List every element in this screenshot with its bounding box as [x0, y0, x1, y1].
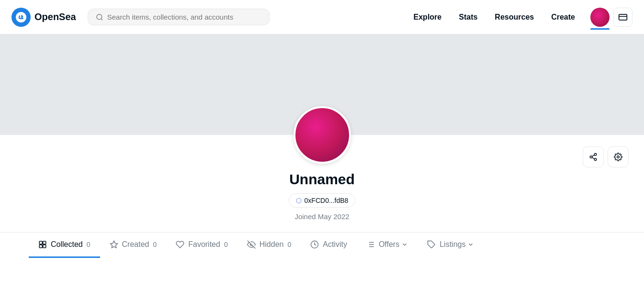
- settings-button[interactable]: [608, 146, 629, 167]
- tab-listings-label: Listings: [440, 240, 465, 249]
- tab-hidden-count: 0: [287, 241, 291, 248]
- offers-chevron-down-icon: [401, 241, 408, 248]
- tab-hidden-label: Hidden: [260, 240, 284, 249]
- tab-favorited[interactable]: Favorited 0: [166, 233, 237, 258]
- tab-favorited-label: Favorited: [188, 240, 220, 249]
- logo-link[interactable]: OpenSea: [11, 8, 76, 27]
- logo-text: OpenSea: [34, 11, 76, 22]
- tab-activity[interactable]: Activity: [301, 233, 357, 258]
- ethereum-icon: ⬡: [296, 197, 302, 204]
- collected-icon: [38, 240, 47, 249]
- listings-icon: [427, 240, 436, 249]
- share-button[interactable]: [583, 146, 604, 167]
- nav-resources[interactable]: Resources: [487, 9, 542, 25]
- svg-rect-11: [43, 245, 46, 248]
- search-icon: [96, 13, 103, 21]
- svg-point-4: [594, 158, 597, 161]
- wallet-icon: [618, 12, 628, 22]
- address-badge[interactable]: ⬡ 0xFCD0...fdB8: [289, 193, 356, 208]
- favorited-icon: [176, 240, 184, 249]
- profile-section: Unnamed ⬡ 0xFCD0...fdB8 Joined May 2022 …: [0, 135, 644, 258]
- svg-point-0: [97, 14, 102, 20]
- svg-rect-1: [619, 14, 627, 20]
- listings-chevron-down-icon: [467, 241, 474, 248]
- tab-hidden[interactable]: Hidden 0: [237, 233, 301, 258]
- svg-line-6: [592, 155, 594, 156]
- tab-collected-label: Collected: [51, 240, 83, 249]
- tab-activity-label: Activity: [323, 240, 347, 249]
- tab-created-label: Created: [122, 240, 149, 249]
- svg-point-7: [617, 156, 620, 158]
- opensea-logo-icon: [11, 8, 31, 27]
- tab-offers-label: Offers: [379, 240, 399, 249]
- share-icon: [589, 153, 598, 161]
- nav-create[interactable]: Create: [543, 9, 583, 25]
- profile-name: Unnamed: [289, 171, 355, 188]
- svg-point-2: [594, 154, 597, 156]
- user-avatar-button[interactable]: [590, 8, 610, 27]
- svg-line-5: [592, 157, 594, 159]
- wallet-button[interactable]: [613, 8, 633, 27]
- profile-avatar: [294, 106, 351, 164]
- search-bar[interactable]: [88, 9, 270, 25]
- join-date: Joined May 2022: [294, 212, 349, 221]
- nav-actions: [590, 8, 633, 27]
- gear-icon: [614, 153, 622, 161]
- offers-icon: [366, 240, 375, 249]
- svg-point-3: [590, 156, 592, 158]
- created-icon: [110, 240, 118, 249]
- tab-favorited-count: 0: [224, 241, 228, 248]
- activity-icon: [310, 240, 319, 249]
- profile-actions: [583, 146, 629, 167]
- svg-rect-8: [39, 241, 42, 244]
- svg-rect-10: [39, 245, 42, 248]
- search-input[interactable]: [107, 13, 261, 21]
- tab-created-count: 0: [153, 241, 157, 248]
- svg-rect-9: [43, 241, 46, 244]
- tab-collected[interactable]: Collected 0: [29, 233, 100, 258]
- tab-created[interactable]: Created 0: [100, 233, 167, 258]
- nav-links: Explore Stats Resources Create: [406, 9, 583, 25]
- profile-avatar-wrapper: [294, 106, 351, 164]
- svg-marker-12: [110, 241, 117, 248]
- hidden-icon: [247, 240, 256, 249]
- navbar: OpenSea Explore Stats Resources Create: [0, 0, 644, 34]
- tab-offers[interactable]: Offers: [357, 233, 418, 258]
- tab-listings[interactable]: Listings: [418, 233, 484, 258]
- nav-explore[interactable]: Explore: [406, 9, 450, 25]
- nav-stats[interactable]: Stats: [451, 9, 485, 25]
- wallet-address: 0xFCD0...fdB8: [305, 197, 349, 204]
- tabs-bar: Collected 0 Created 0 Favorited 0 Hidd: [0, 232, 644, 258]
- tab-collected-count: 0: [87, 241, 90, 248]
